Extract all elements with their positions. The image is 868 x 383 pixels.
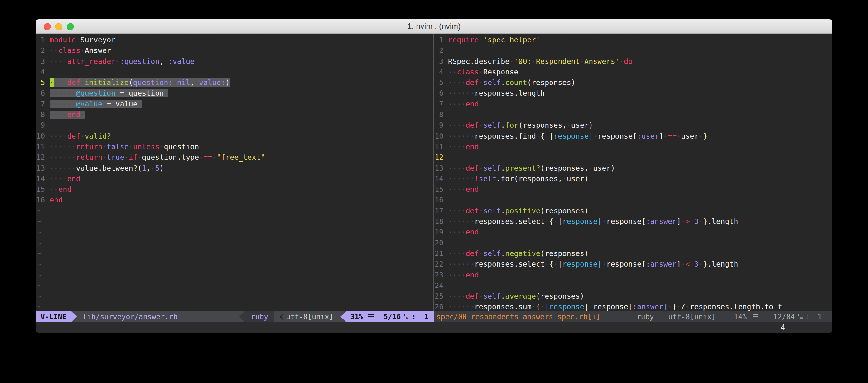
- traffic-lights: [44, 19, 74, 34]
- status-lines: V-LINE lib/surveyor/answer.rb ruby utf-8…: [35, 311, 833, 322]
- code-line-16[interactable]: 16: [434, 195, 833, 205]
- zoom-button[interactable]: [67, 23, 74, 30]
- code-line-7[interactable]: 7····end: [434, 99, 833, 109]
- statusline-filetype: ruby: [637, 313, 654, 321]
- empty-line-tilde: ~: [35, 238, 433, 248]
- statusline-right-cluster: ruby utf-8[unix] 14% 12/84 LN : 1: [637, 313, 833, 321]
- code-line-8[interactable]: 8····end·: [35, 109, 433, 120]
- empty-line-tilde: ~: [35, 302, 433, 311]
- line-number: 24: [434, 280, 448, 291]
- code-line-25[interactable]: 25····def·self.average(responses): [434, 291, 833, 302]
- code-line-1[interactable]: 1module·Surveyor: [35, 35, 433, 45]
- line-number: 14: [35, 173, 50, 184]
- code-line-26[interactable]: 26······responses.sum·{·|response|·respo…: [434, 302, 833, 311]
- code-line-13[interactable]: 13······value.between?(1,·5): [35, 163, 433, 173]
- code-line-23[interactable]: 23····end: [434, 270, 833, 280]
- line-number: 23: [434, 270, 448, 280]
- code-line-6[interactable]: 6······responses.length: [434, 88, 833, 98]
- line-number: 17: [434, 206, 448, 216]
- powerline-arrow-right-icon: [71, 311, 77, 322]
- line-number: 8: [434, 109, 448, 120]
- code-line-2[interactable]: 2··class·Answer: [35, 45, 433, 56]
- code-line-4[interactable]: 4: [35, 67, 433, 77]
- line-number: 12: [434, 152, 448, 163]
- statusline-filetype: ruby: [245, 311, 274, 322]
- line-number: 15: [434, 184, 448, 195]
- line-number: 2: [434, 45, 448, 56]
- line-number: 9: [434, 120, 448, 131]
- line-number: 26: [434, 302, 448, 311]
- window-title: 1. nvim . (nvim): [407, 22, 461, 31]
- code-line-17[interactable]: 17····def·self.positive(responses): [434, 206, 833, 216]
- statusline-active: V-LINE lib/surveyor/answer.rb ruby utf-8…: [35, 311, 434, 322]
- line-number-glyph-icon: LN: [798, 314, 803, 320]
- statusline-filename-modified: spec/00_respondents_answers_spec.rb[+]: [434, 313, 600, 321]
- code-line-12[interactable]: 12······return·true·if·question.type·==·…: [35, 152, 433, 163]
- line-number: 7: [434, 99, 448, 109]
- code-line-22[interactable]: 22······responses.select·{·|response|·re…: [434, 259, 833, 269]
- line-number: 10: [35, 131, 50, 141]
- code-line-21[interactable]: 21····def·self.negative(responses): [434, 248, 833, 259]
- line-number: 13: [434, 163, 448, 173]
- code-line-12[interactable]: 12: [434, 152, 833, 163]
- editor-splits: 1module·Surveyor2··class·Answer3····attr…: [35, 34, 833, 311]
- code-line-15[interactable]: 15··end: [35, 184, 433, 195]
- code-line-1[interactable]: 1require·'spec_helper': [434, 35, 833, 45]
- empty-line-tilde: ~: [35, 206, 433, 216]
- column-number: 1: [817, 313, 822, 321]
- empty-line-tilde: ~: [35, 280, 433, 291]
- code-line-11[interactable]: 11······return·false·unless·question: [35, 141, 433, 152]
- code-line-16[interactable]: 16end: [35, 195, 433, 205]
- buffer-left-answer-rb[interactable]: 1module·Surveyor2··class·Answer3····attr…: [35, 34, 433, 311]
- code-line-8[interactable]: 8: [434, 109, 833, 120]
- close-button[interactable]: [44, 23, 51, 30]
- code-line-24[interactable]: 24: [434, 280, 833, 291]
- statusline-position: 31% 5/16 LN : 1: [346, 311, 434, 322]
- line-number: 25: [434, 291, 448, 302]
- code-line-19[interactable]: 19····end: [434, 227, 833, 237]
- window-titlebar[interactable]: 1. nvim . (nvim): [35, 19, 833, 34]
- trigram-lines-icon: [753, 314, 758, 319]
- code-line-6[interactable]: 6······@question·=·question·: [35, 88, 433, 98]
- pending-command-count: 4: [781, 322, 785, 333]
- code-line-4[interactable]: 4··class·Response: [434, 67, 833, 77]
- code-line-18[interactable]: 18······responses.select·{·|response|·re…: [434, 216, 833, 227]
- line-position: 12/84: [773, 313, 795, 321]
- empty-line-tilde: ~: [35, 259, 433, 269]
- trigram-lines-icon: [368, 314, 373, 319]
- code-line-13[interactable]: 13····def·self.present?(responses,·user): [434, 163, 833, 173]
- code-line-10[interactable]: 10······responses.find·{·|response|·resp…: [434, 131, 833, 141]
- code-line-14[interactable]: 14····end: [35, 173, 433, 184]
- code-line-5[interactable]: 5····def·self.count(responses): [434, 77, 833, 88]
- empty-line-tilde: ~: [35, 291, 433, 302]
- code-line-14[interactable]: 14······!self.for(responses,·user): [434, 173, 833, 184]
- code-line-2[interactable]: 2: [434, 45, 833, 56]
- code-line-9[interactable]: 9: [35, 120, 433, 131]
- powerline-arrow-left-icon: [239, 311, 245, 322]
- line-number: 3: [434, 56, 448, 67]
- code-line-9[interactable]: 9····def·self.for(responses,·user): [434, 120, 833, 131]
- statusline-inactive: spec/00_respondents_answers_spec.rb[+] r…: [434, 311, 833, 322]
- terminal-window: 1. nvim . (nvim) 1module·Surveyor2··clas…: [35, 19, 833, 333]
- minimize-button[interactable]: [55, 23, 62, 30]
- line-number: 1: [434, 35, 448, 45]
- line-number: 14: [434, 173, 448, 184]
- code-line-11[interactable]: 11····end: [434, 141, 833, 152]
- statusline-filler: [183, 311, 239, 322]
- code-line-20[interactable]: 20: [434, 238, 833, 248]
- code-line-3[interactable]: 3····attr_reader·:question,·:value: [35, 56, 433, 67]
- code-line-10[interactable]: 10····def·valid?: [35, 131, 433, 141]
- code-line-3[interactable]: 3RSpec.describe·'00:·Respondent·Answers'…: [434, 56, 833, 67]
- code-line-5[interactable]: 5····def·initialize(question:·nil,·value…: [35, 77, 433, 88]
- line-number: 5: [434, 77, 448, 88]
- vim-mode-indicator: V-LINE: [35, 311, 71, 322]
- line-number: 7: [35, 99, 50, 109]
- code-line-7[interactable]: 7······@value·=·value·: [35, 99, 433, 109]
- code-line-15[interactable]: 15····end: [434, 184, 833, 195]
- buffer-right-spec-rb[interactable]: 1require·'spec_helper'23RSpec.describe·'…: [434, 34, 833, 311]
- command-line[interactable]: 4: [35, 322, 833, 333]
- powerline-arrow-left-icon: [340, 311, 346, 322]
- line-number: 1: [35, 35, 50, 45]
- line-number: 21: [434, 248, 448, 259]
- line-number: 22: [434, 259, 448, 269]
